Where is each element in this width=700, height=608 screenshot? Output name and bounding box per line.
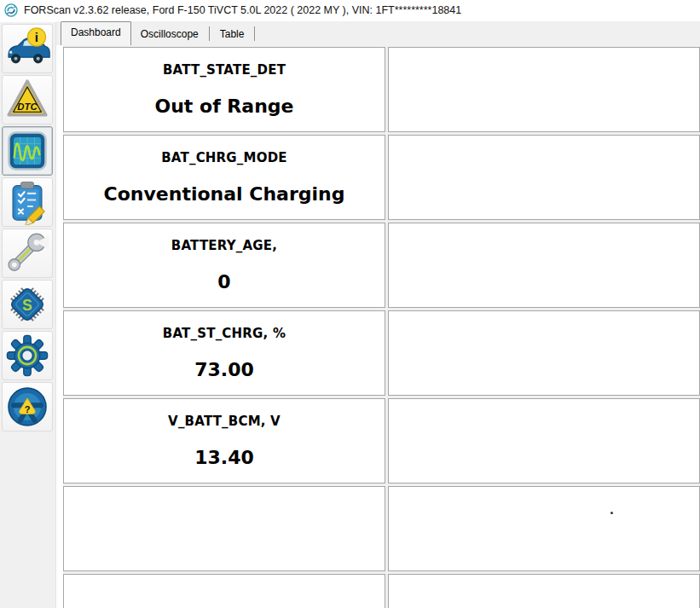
sidebar-item-dtc[interactable]: DTC bbox=[2, 75, 53, 124]
param-value: 13.40 bbox=[194, 446, 254, 469]
dashboard-cell-empty[interactable] bbox=[388, 486, 700, 571]
sidebar-item-oscilloscope[interactable] bbox=[2, 126, 53, 176]
dashboard-cell-empty[interactable] bbox=[388, 223, 700, 308]
param-value: 0 bbox=[217, 270, 230, 293]
stray-dot bbox=[610, 512, 613, 514]
tab-bar: Dashboard Oscilloscope Table bbox=[56, 21, 700, 45]
dashboard-cell-empty[interactable] bbox=[63, 486, 385, 571]
title-bar: FORScan v2.3.62 release, Ford F-150 TiVC… bbox=[0, 0, 700, 20]
dashboard-cell-empty[interactable] bbox=[388, 135, 700, 220]
param-value: Out of Range bbox=[154, 95, 293, 118]
steering-wheel-question-icon: ? bbox=[4, 384, 50, 430]
dashboard-grid: BATT_STATE_DET Out of Range BAT_CHRG_MOD… bbox=[63, 45, 700, 608]
sidebar: i DTC bbox=[0, 22, 56, 608]
tab-separator bbox=[254, 26, 255, 41]
gear-icon bbox=[4, 333, 50, 379]
param-value: Conventional Charging bbox=[104, 182, 345, 206]
param-label: BATTERY_AGE, bbox=[171, 238, 277, 253]
param-label: BATT_STATE_DET bbox=[163, 62, 286, 78]
question-glyph: ? bbox=[25, 404, 31, 414]
dashboard-cell-v-batt-bcm[interactable]: V_BATT_BCM, V 13.40 bbox=[63, 398, 385, 484]
param-label: V_BATT_BCM, V bbox=[168, 414, 281, 429]
sidebar-item-programming[interactable]: S bbox=[2, 280, 53, 329]
chip-glyph: S bbox=[22, 297, 32, 314]
dashboard-cell-battery-age[interactable]: BATTERY_AGE, 0 bbox=[63, 223, 385, 308]
tab-oscilloscope[interactable]: Oscilloscope bbox=[131, 25, 208, 45]
tab-dashboard[interactable]: Dashboard bbox=[61, 21, 131, 45]
dashboard-cell-empty[interactable] bbox=[388, 398, 700, 484]
tab-separator bbox=[209, 26, 210, 41]
dashboard-cell-bat-st-chrg[interactable]: BAT_ST_CHRG, % 73.00 bbox=[63, 310, 385, 396]
sidebar-item-settings[interactable] bbox=[2, 331, 53, 380]
param-label: BAT_ST_CHRG, % bbox=[163, 326, 286, 341]
dashboard-cell-empty[interactable] bbox=[63, 574, 385, 608]
chip-icon: S bbox=[4, 281, 50, 327]
window-title: FORScan v2.3.62 release, Ford F-150 TiVC… bbox=[24, 4, 461, 16]
dashboard-panel: BATT_STATE_DET Out of Range BAT_CHRG_MOD… bbox=[56, 45, 700, 608]
sidebar-item-service[interactable] bbox=[2, 229, 53, 278]
dtc-glyph: DTC bbox=[17, 101, 38, 112]
car-info-icon: i bbox=[4, 26, 50, 72]
sidebar-item-vehicle-info[interactable]: i bbox=[2, 24, 53, 73]
dashboard-cell-empty[interactable] bbox=[388, 574, 700, 608]
dashboard-cell-bat-chrg-mode[interactable]: BAT_CHRG_MODE Conventional Charging bbox=[63, 135, 385, 220]
forscan-sync-circle-icon bbox=[4, 3, 18, 17]
clipboard-checklist-icon bbox=[4, 179, 50, 225]
tab-table[interactable]: Table bbox=[211, 25, 254, 45]
info-glyph: i bbox=[35, 30, 38, 44]
sidebar-item-help[interactable]: ? bbox=[2, 382, 53, 431]
dashboard-cell-empty[interactable] bbox=[388, 310, 700, 396]
dtc-triangle-icon: DTC bbox=[4, 77, 50, 123]
wrench-icon bbox=[4, 230, 50, 276]
oscilloscope-icon bbox=[4, 128, 50, 174]
dashboard-cell-batt-state-det[interactable]: BATT_STATE_DET Out of Range bbox=[63, 47, 385, 132]
param-value: 73.00 bbox=[194, 358, 254, 381]
param-label: BAT_CHRG_MODE bbox=[161, 150, 287, 165]
sidebar-item-tests[interactable] bbox=[2, 177, 53, 227]
dashboard-cell-empty[interactable] bbox=[388, 47, 700, 132]
